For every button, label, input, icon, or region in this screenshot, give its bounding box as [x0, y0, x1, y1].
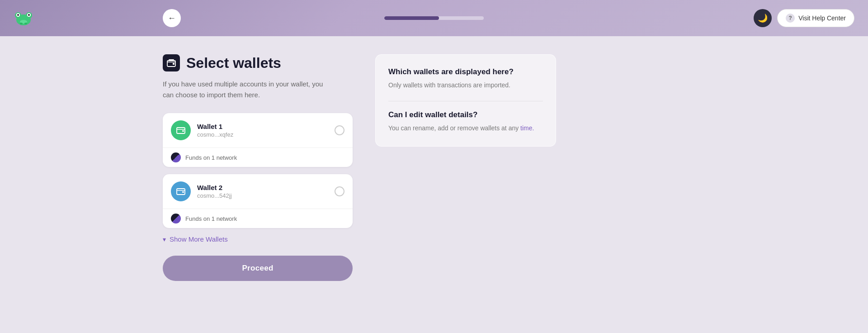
wallet-2-network-icon: [171, 214, 181, 224]
wallet-1-name: Wallet 1: [197, 123, 328, 130]
page-subtitle: If you have used multiple accounts in yo…: [163, 79, 335, 100]
info-question-2: Can I edit wallet details?: [388, 110, 543, 119]
wallet-1-info: Wallet 1 cosmo...xqfez: [197, 123, 328, 138]
wallet-2-radio[interactable]: [335, 186, 344, 196]
wallet-card-1-header: Wallet 1 cosmo...xqfez: [163, 113, 353, 147]
wallet-1-avatar: [171, 120, 191, 140]
dark-mode-button[interactable]: 🌙: [754, 9, 772, 27]
svg-rect-11: [173, 63, 175, 65]
svg-rect-13: [182, 130, 184, 132]
wallet-1-avatar-icon: [176, 125, 186, 135]
svg-point-9: [24, 23, 27, 24]
wallet-card-2-header: Wallet 2 cosmo...542jj: [163, 174, 353, 209]
info-question-1: Which wallets are displayed here?: [388, 67, 543, 76]
svg-rect-15: [182, 191, 184, 193]
wallet-1-network-icon: [171, 152, 181, 162]
wallet-2-avatar: [171, 181, 191, 201]
svg-point-5: [17, 14, 19, 16]
proceed-label: Proceed: [242, 264, 273, 272]
info-divider: [388, 101, 543, 101]
back-button[interactable]: ←: [163, 9, 181, 27]
right-panel: Which wallets are displayed here? Only w…: [375, 54, 556, 315]
wallet-1-address: cosmo...xqfez: [197, 131, 328, 138]
svg-point-8: [20, 23, 23, 24]
info-answer-1: Only wallets with transactions are impor…: [388, 80, 543, 90]
page-title-row: Select wallets: [163, 54, 353, 71]
help-center-button[interactable]: ? Visit Help Center: [777, 9, 854, 27]
question-icon: ?: [786, 14, 795, 23]
logo-area: [14, 8, 33, 28]
wallet-2-address: cosmo...542jj: [197, 192, 328, 199]
chevron-down-icon: ▾: [163, 236, 166, 243]
main-content: Select wallets If you have used multiple…: [0, 36, 868, 333]
show-more-wallets-button[interactable]: ▾ Show More Wallets: [163, 235, 228, 243]
wallet-1-network-text: Funds on 1 network: [185, 154, 237, 161]
progress-bar: [384, 16, 484, 20]
proceed-button[interactable]: Proceed: [163, 256, 353, 281]
wallet-card-2[interactable]: Wallet 2 cosmo...542jj Funds on 1 networ…: [163, 174, 353, 228]
wallet-2-avatar-icon: [176, 186, 186, 196]
show-more-wallets-label: Show More Wallets: [170, 235, 228, 243]
wallet-2-name: Wallet 2: [197, 184, 328, 191]
frog-logo-icon: [14, 8, 33, 28]
wallet-2-network-text: Funds on 1 network: [185, 215, 237, 222]
svg-point-6: [28, 14, 30, 16]
top-bar: ← 🌙 ? Visit Help Center: [0, 0, 868, 36]
wallet-2-footer: Funds on 1 network: [163, 209, 353, 228]
wallet-card-1[interactable]: Wallet 1 cosmo...xqfez Funds on 1 networ…: [163, 113, 353, 167]
back-arrow-icon: ←: [168, 14, 176, 23]
info-card: Which wallets are displayed here? Only w…: [375, 54, 556, 147]
wallet-title-icon: [163, 54, 180, 71]
progress-bar-fill: [384, 16, 439, 20]
top-right-controls: 🌙 ? Visit Help Center: [754, 9, 854, 27]
wallet-2-info: Wallet 2 cosmo...542jj: [197, 184, 328, 199]
page-title: Select wallets: [186, 55, 281, 71]
wallet-icon: [166, 58, 176, 68]
wallet-1-radio[interactable]: [335, 125, 344, 135]
info-answer-2-link[interactable]: time.: [520, 124, 534, 132]
info-answer-2: You can rename, add or remove wallets at…: [388, 123, 543, 133]
help-center-label: Visit Help Center: [798, 14, 846, 22]
wallet-1-footer: Funds on 1 network: [163, 147, 353, 167]
moon-icon: 🌙: [758, 13, 768, 23]
info-answer-2-text: You can rename, add or remove wallets at…: [388, 124, 520, 132]
left-panel: Select wallets If you have used multiple…: [163, 54, 353, 315]
